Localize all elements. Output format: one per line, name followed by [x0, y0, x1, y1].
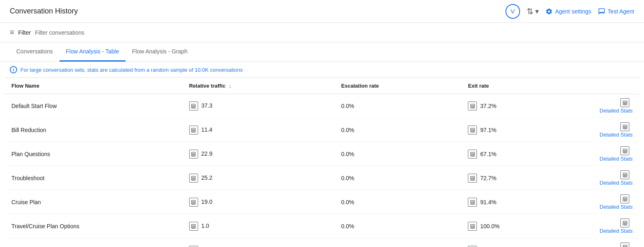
cell-action: Detailed Stats: [588, 190, 639, 214]
svg-rect-45: [192, 176, 196, 180]
svg-rect-55: [623, 173, 627, 177]
svg-rect-85: [623, 221, 627, 225]
svg-rect-60: [192, 200, 196, 204]
cell-action: Detailed Stats: [588, 238, 639, 247]
table-icon: [468, 126, 477, 135]
svg-rect-35: [470, 152, 474, 156]
cell-exit-rate: 100.0%: [461, 214, 588, 238]
table-row: Plan Questions 22.9 0.0% 67.1% Detailed …: [5, 142, 639, 166]
sort-arrows-icon: ⇅: [527, 7, 534, 16]
cell-exit-rate: 97.1%: [461, 118, 588, 142]
chevron-down-icon: ▾: [535, 7, 539, 16]
svg-rect-30: [192, 152, 196, 156]
detailed-stats-link[interactable]: Detailed Stats: [600, 108, 633, 114]
svg-rect-70: [623, 197, 627, 201]
cell-flow-name: Bill Reduction: [5, 118, 183, 142]
page-title: Conversation History: [10, 7, 78, 15]
table-icon: [620, 122, 629, 131]
cell-exit-rate: 72.7%: [461, 166, 588, 190]
table-icon: [620, 98, 629, 107]
cell-exit-rate: 67.1%: [461, 142, 588, 166]
sort-button[interactable]: ⇅ ▾: [527, 7, 539, 16]
table-icon: [468, 101, 477, 110]
svg-rect-50: [470, 176, 474, 180]
avatar: V: [505, 4, 520, 19]
table-row: Default Start Flow 37.3 0.0% 37.2% Detai…: [5, 94, 639, 118]
agent-settings-label: Agent settings: [555, 8, 591, 15]
table-icon: [620, 146, 629, 155]
test-agent-button[interactable]: Test Agent: [598, 8, 634, 15]
cell-escalation-rate: 0.0%: [335, 142, 461, 166]
cell-flow-name: Travel/Cruise Plan Options: [5, 214, 183, 238]
filter-placeholder: Filter conversations: [35, 29, 84, 36]
tab-conversations[interactable]: Conversations: [10, 42, 60, 62]
table-row: Cruise Plan 19.0 0.0% 91.4% Detailed Sta…: [5, 190, 639, 214]
svg-rect-40: [623, 149, 627, 153]
cell-relative-traffic: 19.0: [183, 238, 335, 247]
filter-bar: ≡ Filter Filter conversations: [0, 23, 644, 42]
col-header-relative-traffic[interactable]: Relative traffic ↓: [183, 78, 335, 94]
filter-icon: ≡: [10, 28, 14, 37]
cell-relative-traffic: 25.2: [183, 166, 335, 190]
table-icon: [189, 126, 198, 135]
table-icon: [468, 222, 477, 231]
cell-action: Detailed Stats: [588, 214, 639, 238]
svg-rect-75: [192, 224, 196, 228]
table-icon: [620, 218, 629, 227]
table-row: Troubleshoot 25.2 0.0% 72.7% Detailed St…: [5, 166, 639, 190]
info-banner: i For large conversation sets, stats are…: [0, 62, 644, 77]
cell-action: Detailed Stats: [588, 142, 639, 166]
cell-exit-rate: 91.4%: [461, 190, 588, 214]
cell-action: Detailed Stats: [588, 94, 639, 118]
svg-rect-80: [470, 224, 474, 228]
detailed-stats-link[interactable]: Detailed Stats: [600, 228, 633, 234]
table-icon: [468, 174, 477, 183]
cell-relative-traffic: 19.0: [183, 190, 335, 214]
table-header-row: Flow Name Relative traffic ↓ Escalation …: [5, 78, 639, 94]
cell-escalation-rate: 0.0%: [335, 190, 461, 214]
info-text: For large conversation sets, stats are c…: [20, 67, 243, 73]
svg-rect-20: [470, 128, 474, 132]
filter-label: Filter: [18, 29, 31, 36]
cell-flow-name: Plan Questions: [5, 142, 183, 166]
cell-relative-traffic: 11.4: [183, 118, 335, 142]
detailed-stats-link[interactable]: Detailed Stats: [600, 204, 633, 210]
svg-rect-10: [623, 101, 627, 105]
test-agent-label: Test Agent: [608, 8, 634, 15]
table-icon: [620, 243, 629, 247]
agent-settings-button[interactable]: Agent settings: [545, 8, 591, 15]
col-header-escalation-rate: Escalation rate: [335, 78, 461, 94]
col-header-action: [588, 78, 639, 94]
svg-rect-25: [623, 125, 627, 129]
svg-rect-15: [192, 128, 196, 132]
svg-rect-65: [470, 200, 474, 204]
cell-escalation-rate: 0.0%: [335, 166, 461, 190]
cell-action: Detailed Stats: [588, 118, 639, 142]
tab-flow-analysis-graph[interactable]: Flow Analysis - Graph: [126, 42, 194, 62]
detailed-stats-link[interactable]: Detailed Stats: [600, 132, 633, 138]
cell-flow-name: Speak to an Agent: [5, 238, 183, 247]
cell-escalation-rate: 0.0%: [335, 238, 461, 247]
tab-flow-analysis-table[interactable]: Flow Analysis - Table: [60, 42, 126, 62]
cell-escalation-rate: 0.0%: [335, 118, 461, 142]
cell-action: Detailed Stats: [588, 166, 639, 190]
topbar: Conversation History V ⇅ ▾ Agent setting…: [0, 0, 644, 23]
cell-flow-name: Troubleshoot: [5, 166, 183, 190]
table-icon: [189, 174, 198, 183]
cell-escalation-rate: 0.0%: [335, 214, 461, 238]
table-row: Travel/Cruise Plan Options 1.0 0.0% 100.…: [5, 214, 639, 238]
table-icon: [189, 150, 198, 159]
table-icon: [189, 198, 198, 207]
svg-rect-100: [623, 245, 627, 247]
detailed-stats-link[interactable]: Detailed Stats: [600, 156, 633, 162]
table-icon: [468, 198, 477, 207]
cell-flow-name: Default Start Flow: [5, 94, 183, 118]
sort-down-arrow-icon: ↓: [229, 83, 232, 89]
table-row: Speak to an Agent 19.0 0.0% 78.6% Detail…: [5, 238, 639, 247]
table-icon: [620, 170, 629, 179]
cell-flow-name: Cruise Plan: [5, 190, 183, 214]
svg-rect-0: [192, 104, 196, 108]
chat-icon: [598, 8, 605, 15]
detailed-stats-link[interactable]: Detailed Stats: [600, 180, 633, 186]
gear-icon: [545, 8, 553, 15]
